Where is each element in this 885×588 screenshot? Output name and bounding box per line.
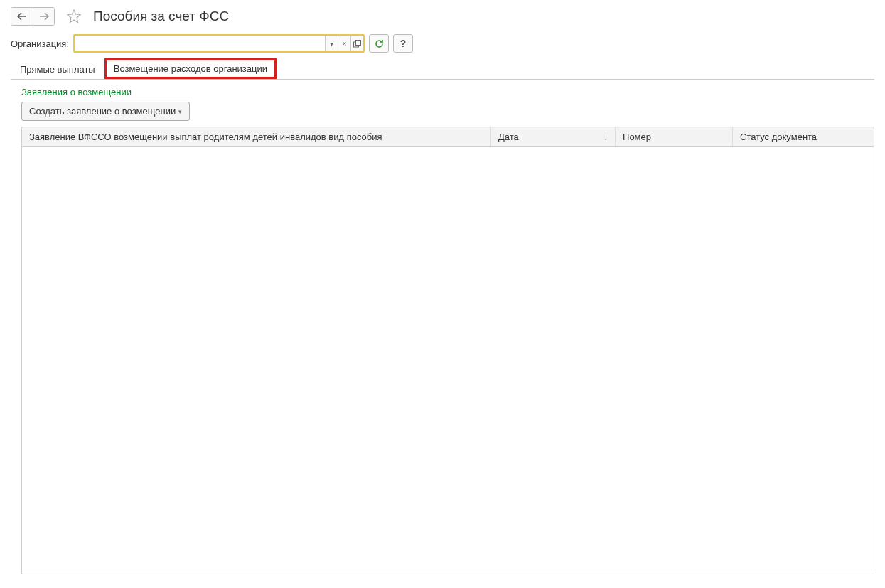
tab-direct-payments[interactable]: Прямые выплаты: [11, 59, 104, 80]
open-external-icon: [353, 40, 361, 48]
table-body[interactable]: [22, 147, 874, 574]
close-icon: ×: [343, 40, 347, 48]
help-button[interactable]: ?: [393, 34, 413, 53]
org-field-wrapper: ▾ ×: [73, 34, 365, 53]
org-input[interactable]: [75, 36, 325, 51]
page-title: Пособия за счет ФСС: [93, 9, 229, 24]
column-header-application[interactable]: Заявление ВФССО возмещении выплат родите…: [22, 127, 491, 146]
column-header-status[interactable]: Статус документа: [733, 127, 874, 146]
back-button[interactable]: [11, 8, 33, 25]
tab-reimbursement[interactable]: Возмещение расходов организации: [104, 58, 277, 79]
org-label: Организация:: [11, 38, 69, 49]
svg-rect-1: [356, 40, 361, 45]
arrow-left-icon: [17, 12, 27, 21]
section-title: Заявления о возмещении: [0, 80, 885, 102]
sort-asc-icon: ↓: [604, 132, 608, 142]
tabs-row: Прямые выплаты Возмещение расходов орган…: [11, 58, 874, 80]
org-open-button[interactable]: [350, 36, 363, 51]
star-icon: [67, 9, 81, 23]
arrow-right-icon: [39, 12, 49, 21]
help-icon: ?: [400, 38, 407, 49]
column-header-status-label: Статус документа: [740, 132, 817, 142]
column-header-application-label: Заявление ВФССО возмещении выплат родите…: [29, 132, 382, 142]
create-button-label: Создать заявление о возмещении: [29, 106, 176, 117]
table-header: Заявление ВФССО возмещении выплат родите…: [22, 127, 874, 147]
column-header-number[interactable]: Номер: [616, 127, 733, 146]
applications-table: Заявление ВФССО возмещении выплат родите…: [21, 127, 874, 574]
org-dropdown-button[interactable]: ▾: [325, 36, 338, 51]
refresh-button[interactable]: [369, 34, 389, 53]
nav-buttons-group: [11, 7, 55, 26]
favorite-button[interactable]: [66, 9, 82, 24]
org-clear-button[interactable]: ×: [338, 36, 350, 51]
column-header-number-label: Номер: [623, 132, 651, 142]
column-header-date-label: Дата: [498, 132, 519, 142]
create-application-button[interactable]: Создать заявление о возмещении ▾: [21, 102, 190, 121]
column-header-date[interactable]: Дата ↓: [491, 127, 616, 146]
refresh-icon: [374, 38, 385, 49]
chevron-down-icon: ▾: [178, 108, 182, 115]
chevron-down-icon: ▾: [330, 40, 333, 48]
forward-button[interactable]: [33, 8, 54, 25]
